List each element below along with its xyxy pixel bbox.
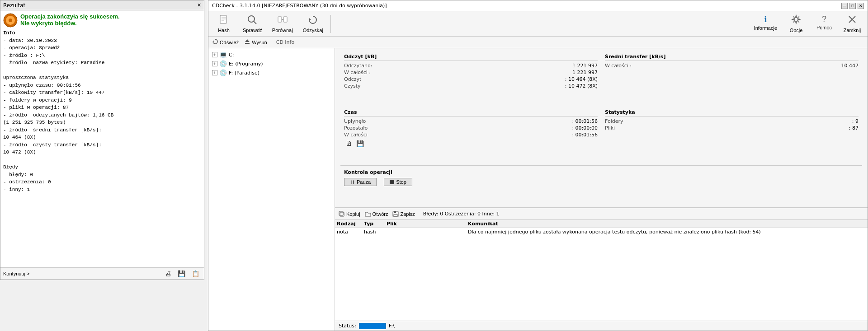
maximize-btn[interactable]: □	[849, 3, 856, 9]
sprawdz-toolbar-btn[interactable]: Sprawdź	[238, 13, 267, 35]
minimize-btn[interactable]: ─	[841, 3, 848, 9]
sprawdz-icon	[247, 14, 258, 27]
w-calosci2-value: 10 447	[841, 63, 859, 69]
tree-label-f: F: (Paradise)	[229, 70, 259, 76]
stat-bytes: - źródło odczytanych bajtów: 1,16 GB	[3, 112, 201, 119]
gear-icon	[791, 14, 801, 27]
print-button[interactable]: 🖨	[163, 270, 173, 278]
info-operation: - operacja: Sprawdź	[3, 44, 201, 52]
svg-rect-18	[245, 43, 250, 44]
pomoc-btn[interactable]: ? Pomoc	[811, 13, 838, 35]
porownaj-toolbar-btn[interactable]: Porównaj	[268, 13, 297, 35]
pauza-btn[interactable]: ⏸ Pauza	[344, 178, 377, 186]
copy-stats-icon[interactable]: 🖹	[344, 140, 353, 148]
wysunBtn-label: Wysuń	[252, 40, 267, 45]
kontrola-title: Kontrola operacji	[344, 169, 859, 175]
hash-icon	[218, 14, 229, 27]
logo-icon	[3, 13, 18, 28]
statystyka-section: Statystyka Foldery : 9 Pliki : 87	[601, 107, 862, 165]
kopiuj-btn[interactable]: Kopiuj	[339, 211, 360, 217]
tree-expander-f[interactable]: +	[212, 70, 217, 75]
zamknij-toolbar-btn[interactable]: Zamknij	[839, 13, 866, 35]
log-komunikat: Dla co najmniej jednego pliku została wy…	[468, 229, 866, 235]
stop-label: Stop	[396, 179, 406, 185]
w-calosci-value: 1 221 997	[572, 70, 598, 75]
eject-icon	[244, 38, 250, 46]
stat-files: - pliki w operacji: 87	[3, 104, 201, 112]
sredni-section: Średni transfer [kB/s] W całości : 10 44…	[601, 52, 862, 107]
info-icon: ℹ	[764, 14, 767, 24]
opcje-label: Opcje	[790, 28, 803, 33]
odczytano-row: Odczytano: 1 221 997	[344, 63, 598, 69]
col-plik: Plik	[387, 221, 468, 227]
odswiezBtn[interactable]: Odśwież	[212, 38, 239, 46]
info-date: - data: 30.10.2023	[3, 37, 201, 45]
save-stats-icon[interactable]: 💾	[355, 140, 365, 148]
wysunBtn[interactable]: Wysuń	[244, 38, 267, 46]
tree-item-c[interactable]: + 💻 C:	[210, 50, 333, 59]
kontrola-section: Kontrola operacji ⏸ Pauza Stop	[340, 165, 862, 204]
stat-clean-transfer: - źródło czysty transfer [kB/s]:	[3, 141, 201, 149]
rezultat-bottom-toolbar: Kontynuuj > 🖨 💾 📋	[0, 267, 204, 280]
tree-item-f[interactable]: + 💿 F: (Paradise)	[210, 68, 333, 77]
svg-marker-12	[309, 18, 311, 20]
opcje-btn[interactable]: Opcje	[783, 13, 810, 35]
porownaj-icon	[277, 14, 288, 27]
stop-btn[interactable]: Stop	[384, 178, 412, 186]
pomoc-label: Pomoc	[816, 25, 832, 30]
w-calosci3-label: W całości	[344, 132, 368, 138]
w-calosci2-label: W całości :	[605, 63, 632, 69]
stats-header: Uproszczona statystyka	[3, 74, 201, 82]
odswiezBtn-label: Odśwież	[220, 40, 239, 45]
odczyt-section: Odczyt [kB] Odczytano: 1 221 997 W całoś…	[340, 52, 601, 107]
czysty-row: Czysty : 10 472 (8X)	[344, 83, 598, 89]
cd-info-label: CD Info	[276, 39, 294, 45]
drive-icon-e: 💿	[219, 60, 227, 67]
czysty-value: : 10 472 (8X)	[565, 83, 598, 89]
close-btn[interactable]: ✕	[858, 3, 864, 9]
svg-point-7	[248, 16, 255, 22]
kontynuuj-button[interactable]: Kontynuuj >	[3, 271, 29, 276]
zapisz-label: Zapisz	[400, 211, 415, 217]
svg-rect-19	[340, 212, 344, 216]
success-messages: Operacja zakończyła się sukcesem. Nie wy…	[20, 13, 120, 27]
stats-area: Odczyt [kB] Odczytano: 1 221 997 W całoś…	[335, 48, 868, 208]
titlebar-controls: ─ □ ✕	[841, 3, 864, 9]
hash-toolbar-btn[interactable]: Hash	[210, 13, 237, 35]
odzyskaj-toolbar-btn[interactable]: Odzyskaj	[298, 13, 328, 35]
save-button[interactable]: 💾	[176, 270, 187, 278]
drive-icon-f: 💿	[219, 69, 227, 76]
toolbar-right: ℹ Informacje Opcje ? Pomoc Zamknij	[750, 13, 866, 35]
cdcheck-titlebar: CDCheck - 3.1.14.0 [NIEZAREJESTROWANY (3…	[208, 0, 868, 11]
copy-icon	[339, 211, 345, 217]
svg-rect-10	[283, 17, 287, 22]
uplynelo-value: : 00:01:56	[572, 118, 598, 124]
tree-expander-e[interactable]: +	[212, 61, 217, 66]
sredni-title: Średni transfer [kB/s]	[605, 54, 859, 61]
status-path: F:\	[389, 323, 395, 329]
refresh-icon	[212, 38, 218, 46]
otworz-btn[interactable]: Otwórz	[365, 211, 388, 217]
copy-button[interactable]: 📋	[190, 270, 201, 278]
log-rodzaj: nota	[337, 229, 364, 235]
statystyka-title: Statystyka	[605, 109, 859, 117]
log-area: Kopiuj Otwórz Zapisz Błędy: 0 Ostrzeżeni…	[335, 208, 868, 321]
tree-item-e[interactable]: + 💿 E: (Programy)	[210, 59, 333, 68]
kopiuj-label: Kopiuj	[346, 211, 360, 217]
warnings-count: - ostrzeżenia: 0	[3, 178, 201, 186]
zamknij-label: Zamknij	[844, 28, 861, 33]
czas-section: Czas Upłynęło : 00:01:56 Pozostało : 00:…	[340, 107, 601, 165]
rezultat-content: Info - data: 30.10.2023 - operacja: Spra…	[0, 28, 204, 267]
pliki-row: Pliki : 87	[605, 125, 859, 131]
tree-expander-c[interactable]: +	[212, 52, 217, 57]
w-calosci3-row: W całości : 00:01:56	[344, 132, 598, 138]
stat-transfer: - całkowity transfer[kB/s]: 10 447	[3, 89, 201, 97]
informacje-btn[interactable]: ℹ Informacje	[750, 13, 782, 35]
toolbar-separator	[330, 15, 331, 33]
odczyt-speed-row: Odczyt : 10 464 (8X)	[344, 76, 598, 82]
rezultat-close-btn[interactable]: ✕	[197, 2, 201, 8]
odczytano-label: Odczytano:	[344, 63, 372, 69]
log-row[interactable]: nota hash Dla co najmniej jednego pliku …	[335, 228, 868, 236]
odczyt-speed-value: : 10 464 (8X)	[565, 76, 598, 82]
zapisz-btn[interactable]: Zapisz	[392, 211, 415, 217]
